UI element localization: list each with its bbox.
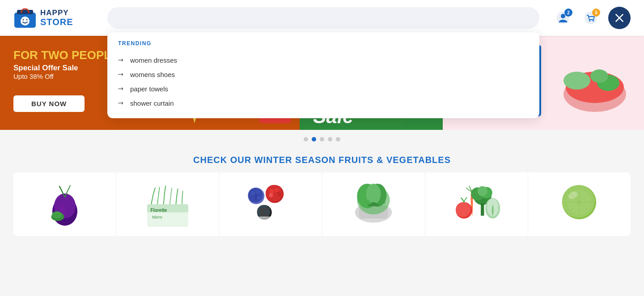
mixed-veg-image — [449, 180, 503, 229]
svg-point-4 — [26, 19, 28, 21]
section-title: CHECK OUR WINTER SEASON FRUITS & VEGETAB… — [0, 146, 644, 172]
eggplant-image — [47, 182, 83, 227]
arrow-icon-1: ↗ — [116, 55, 126, 65]
trending-text-4: shower curtain — [130, 99, 174, 107]
berries-image — [244, 180, 297, 229]
cart-button[interactable]: 5 — [580, 8, 601, 28]
svg-point-8 — [589, 20, 590, 21]
banner-for-two: FOR TWO PEOPLE — [13, 49, 119, 61]
svg-point-2 — [21, 17, 30, 26]
close-button[interactable] — [608, 7, 631, 29]
trending-item-1[interactable]: ↗ women dresses — [118, 53, 529, 67]
banner-upto: Upto 38% Off — [13, 73, 119, 80]
svg-point-76 — [256, 190, 259, 193]
svg-point-86 — [269, 193, 273, 197]
products-row: Florette Micro — [13, 172, 631, 236]
product-card-mixed-veg[interactable] — [425, 172, 528, 236]
svg-point-79 — [257, 196, 261, 200]
product-card-eggplant[interactable] — [13, 172, 116, 236]
svg-point-90 — [264, 207, 267, 210]
trending-text-2: womens shoes — [130, 71, 175, 78]
svg-point-82 — [269, 189, 274, 193]
svg-point-104 — [478, 186, 487, 196]
logo-happy: HAPPY — [40, 9, 73, 17]
svg-point-9 — [593, 20, 594, 21]
logo[interactable]: HAPPY STORE — [13, 6, 94, 30]
svg-point-93 — [265, 213, 268, 216]
dot-3[interactable] — [320, 137, 324, 142]
logo-text: HAPPY STORE — [40, 9, 73, 27]
search-wrapper: TRENDING ↗ women dresses ↗ womens shoes … — [107, 7, 539, 29]
citrus-image — [557, 180, 602, 229]
svg-point-78 — [252, 196, 255, 199]
arrow-icon-4: ↗ — [116, 98, 126, 108]
product-card-microgreens[interactable]: Florette Micro — [116, 172, 219, 236]
svg-rect-94 — [246, 217, 295, 227]
product-card-berries[interactable] — [219, 172, 322, 236]
header: HAPPY STORE TRENDING ↗ women dresses ↗ w… — [0, 0, 644, 36]
cart-badge: 5 — [592, 9, 600, 17]
svg-rect-105 — [481, 203, 484, 216]
svg-point-92 — [261, 212, 265, 216]
svg-point-3 — [23, 19, 24, 21]
buy-now-button[interactable]: BUY NOW — [13, 95, 85, 112]
svg-text:Micro: Micro — [152, 215, 162, 219]
carousel-dots — [0, 130, 644, 146]
trending-label: TRENDING — [118, 40, 529, 47]
search-dropdown: TRENDING ↗ women dresses ↗ womens shoes … — [107, 32, 539, 118]
svg-text:Florette: Florette — [150, 208, 167, 213]
header-icons: 2 5 — [553, 7, 631, 29]
logo-icon — [13, 6, 37, 30]
svg-point-85 — [272, 193, 278, 199]
user-button[interactable]: 2 — [553, 8, 573, 28]
trending-text-3: paper towels — [130, 85, 168, 93]
dot-5[interactable] — [336, 137, 340, 142]
svg-point-59 — [564, 72, 590, 90]
banner-text: FOR TWO PEOPLE Special Offer Sale Upto 3… — [13, 49, 119, 80]
trending-text-1: women dresses — [130, 56, 177, 64]
arrow-icon-2: ↗ — [116, 69, 126, 79]
product-card-greens[interactable] — [322, 172, 425, 236]
close-icon — [614, 12, 625, 24]
trending-item-3[interactable]: ↗ paper towels — [118, 82, 529, 96]
svg-point-61 — [590, 69, 608, 83]
svg-point-75 — [251, 191, 255, 195]
trending-item-4[interactable]: ↗ shower curtain — [118, 96, 529, 110]
microgreens-image: Florette Micro — [143, 180, 192, 229]
search-input[interactable] — [107, 7, 539, 29]
svg-point-89 — [260, 208, 264, 212]
dot-1[interactable] — [304, 137, 308, 142]
greens-image — [349, 180, 398, 229]
svg-rect-1 — [17, 10, 33, 14]
logo-store: STORE — [40, 17, 73, 27]
dot-2[interactable] — [312, 137, 316, 142]
user-badge: 2 — [564, 9, 572, 17]
arrow-icon-3: ↗ — [116, 84, 126, 94]
svg-point-68 — [52, 211, 62, 219]
banner-special: Special Offer Sale — [13, 64, 119, 73]
product-card-citrus[interactable] — [528, 172, 631, 236]
svg-point-107 — [456, 202, 470, 217]
trending-item-2[interactable]: ↗ womens shoes — [118, 67, 529, 82]
dot-4[interactable] — [328, 137, 332, 142]
